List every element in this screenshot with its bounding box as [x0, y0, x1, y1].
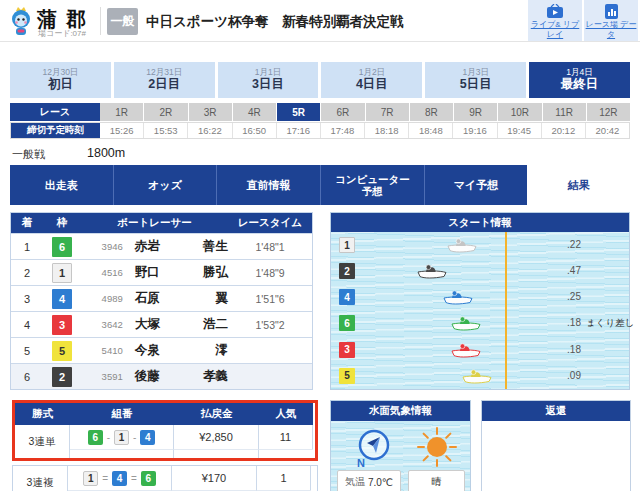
- race-title: 中日スポーツ杯争奪 新春特別覇者決定戦: [146, 13, 403, 31]
- deadline-time: 15:26: [100, 123, 144, 138]
- compass-n-label: N: [357, 457, 365, 469]
- date-tab[interactable]: 12月31日 2日目: [114, 62, 215, 98]
- date-tab[interactable]: 1月1日 3日目: [218, 62, 319, 98]
- start-row: 5 .09: [331, 363, 629, 389]
- tab-computer-prediction[interactable]: コンピューター予想: [320, 165, 424, 205]
- date-tab[interactable]: 1月3日 5日目: [425, 62, 526, 98]
- date-tab-day: 初日: [48, 77, 73, 93]
- page: 蒲郡 場コード:07# 一般 中日スポーツ杯争奪 新春特別覇者決定戦 ライブ& …: [0, 0, 640, 491]
- temperature-label: 気温: [345, 475, 365, 489]
- lane-badge: 6: [339, 315, 355, 331]
- main-tabs: 出走表 オッズ 直前情報 コンピューター予想 マイ予想 結果: [10, 165, 630, 205]
- tab-odds[interactable]: オッズ: [113, 165, 217, 205]
- empty-cell: [70, 449, 174, 458]
- start-row: 3 .18: [331, 337, 629, 363]
- payout-amount: ¥2,850: [174, 425, 259, 449]
- race-time: 1'48"9: [228, 267, 312, 279]
- race-grade: 一般戦: [12, 147, 45, 162]
- race-tab[interactable]: 7R: [366, 103, 410, 121]
- racer-reg-no: 3946: [91, 241, 123, 252]
- deadline-time: 19:45: [498, 123, 542, 138]
- lane-badge: 5: [339, 368, 355, 384]
- empty-cell: [174, 449, 259, 458]
- empty-cell: [259, 449, 313, 458]
- lane-badge: 1: [339, 237, 355, 253]
- lane-badge: 5: [52, 341, 72, 361]
- race-tab[interactable]: 8R: [410, 103, 454, 121]
- boat-icon: [450, 315, 482, 332]
- chart-doc-icon: [604, 4, 619, 19]
- payout-col-popularity: 人気: [259, 403, 313, 425]
- live-replay-button[interactable]: ライブ& リプレイ: [528, 0, 582, 41]
- deadline-label: 締切予定時刻: [11, 123, 100, 138]
- date-tab-date: 1月3日: [462, 67, 488, 77]
- racer-reg-no: 3642: [91, 319, 123, 330]
- race-tab[interactable]: 6R: [321, 103, 365, 121]
- tab-results-active[interactable]: 結果: [527, 165, 630, 205]
- tab-pre-race-info[interactable]: 直前情報: [216, 165, 320, 205]
- col-header-lane: 枠: [43, 213, 81, 233]
- lane-badge: 2: [339, 263, 355, 279]
- race-data-label: レース場 データ: [584, 20, 638, 39]
- result-row: 4 3 3642 大塚浩二 1'53"2: [11, 311, 312, 337]
- date-tab-day: 3日目: [252, 77, 284, 93]
- lane-badge: 6: [52, 237, 72, 257]
- start-info-body: 1 .22 2 .47 4: [331, 232, 629, 389]
- lane-badge: 4: [52, 289, 72, 309]
- race-tab[interactable]: 12R: [587, 103, 630, 121]
- col-header-rank: 着: [11, 213, 43, 233]
- start-row: 4 .25: [331, 284, 629, 310]
- temperature-value: 7.0℃: [368, 477, 393, 488]
- date-tab-final-active[interactable]: 1月4日 最終日: [529, 62, 630, 98]
- racer-reg-no: 3591: [91, 371, 123, 382]
- lane-badge: 3: [339, 342, 355, 358]
- payout-section: 3連複 1 = 4 = 6 ¥170 1: [12, 465, 318, 491]
- date-tab[interactable]: 12月30日 初日: [10, 62, 111, 98]
- start-info-title: スタート情報: [331, 213, 629, 232]
- date-tab-date: 1月2日: [359, 67, 385, 77]
- st-time: .25: [556, 291, 592, 302]
- combo-badge: 4: [140, 430, 155, 445]
- date-tab-date: 12月30日: [42, 67, 78, 77]
- st-time: .47: [556, 265, 592, 276]
- deadline-time: 20:42: [586, 123, 629, 138]
- deadline-time: 18:18: [365, 123, 409, 138]
- race-data-button[interactable]: レース場 データ: [584, 0, 638, 41]
- winning-move-note: まくり差し: [586, 317, 631, 330]
- tab-racecard[interactable]: 出走表: [10, 165, 113, 205]
- race-tab[interactable]: 2R: [144, 103, 188, 121]
- race-tab[interactable]: 3R: [189, 103, 233, 121]
- racer-name: 赤岩善生: [135, 238, 228, 255]
- tab-label: 直前情報: [247, 179, 291, 192]
- date-tab[interactable]: 1月2日 4日目: [321, 62, 422, 98]
- racer-reg-no: 4989: [91, 293, 123, 304]
- st-time: .18: [556, 344, 592, 355]
- race-tab[interactable]: 1R: [100, 103, 144, 121]
- race-tab-active[interactable]: 5R: [277, 103, 321, 121]
- race-tab[interactable]: 9R: [454, 103, 498, 121]
- wind-compass-icon: N: [353, 427, 393, 469]
- race-tab[interactable]: 11R: [543, 103, 587, 121]
- racer-name: 今泉澪: [135, 342, 228, 359]
- deadline-time: 15:53: [144, 123, 188, 138]
- tv-play-icon: [546, 4, 564, 19]
- payout-popularity: 11: [259, 425, 313, 449]
- lane-badge: 2: [52, 367, 72, 387]
- result-row: 6 2 3591 後藤孝義: [11, 363, 312, 389]
- racer-name: 石原翼: [135, 290, 228, 307]
- payout-col-amount: 払戻金: [174, 403, 259, 425]
- weather-body: N 気温 7.0℃ 晴: [331, 421, 470, 491]
- payout-amount: ¥170: [172, 466, 257, 490]
- payout-highlighted-section: 勝式 組番 払戻金 人気 3連単 6 - 1 - 4 ¥2,850 11: [12, 400, 318, 461]
- weather-condition: 晴: [432, 475, 442, 489]
- race-tab[interactable]: 4R: [233, 103, 277, 121]
- date-tabs: 12月30日 初日 12月31日 2日目 1月1日 3日目 1月2日 4日目 1…: [10, 62, 630, 98]
- combo-badge: 1: [114, 430, 129, 445]
- tab-my-prediction[interactable]: マイ予想: [424, 165, 528, 205]
- tab-label: オッズ: [148, 179, 182, 192]
- combo-separator: -: [107, 432, 110, 443]
- race-tab[interactable]: 10R: [498, 103, 542, 121]
- combo-badge: 6: [88, 430, 103, 445]
- deadline-time: 18:48: [409, 123, 453, 138]
- race-time: 1'51"6: [228, 293, 312, 305]
